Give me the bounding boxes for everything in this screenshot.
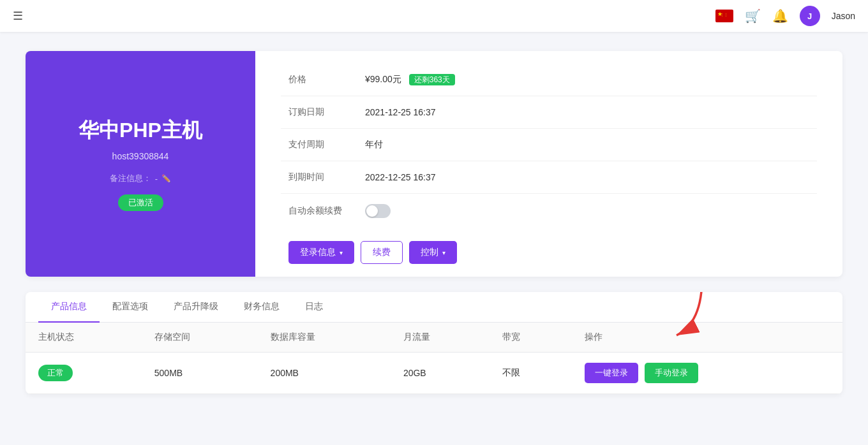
price-value: ¥99.00元 还剩363天 <box>357 64 817 96</box>
col-actions: 操作 <box>572 323 842 353</box>
avatar[interactable]: J <box>800 6 820 26</box>
table-row: 正常 500MB 200MB 20GB 不限 一键登录 手动登录 <box>26 353 842 394</box>
cart-icon[interactable]: 🛒 <box>745 8 761 24</box>
header: ☰ 🛒 🔔 J Jason <box>0 0 868 32</box>
tab-logs[interactable]: 日志 <box>292 292 336 323</box>
chevron-down-icon-2: ▾ <box>442 249 445 256</box>
data-table: 主机状态 存储空间 数据库容量 月流量 带宽 操作 正常 500MB 2 <box>26 323 842 394</box>
order-date-label: 订购日期 <box>281 96 357 129</box>
login-info-button[interactable]: 登录信息 ▾ <box>288 241 354 264</box>
username-label[interactable]: Jason <box>832 11 855 21</box>
tab-upgrade[interactable]: 产品升降级 <box>161 292 231 323</box>
col-traffic: 月流量 <box>391 323 490 353</box>
renew-button[interactable]: 续费 <box>361 241 403 264</box>
order-date-value: 2021-12-25 16:37 <box>357 96 817 129</box>
note-label: 备注信息： <box>110 173 151 184</box>
product-card: 华中PHP主机 host39308844 备注信息： - ✏️ 已激活 价格 ¥… <box>26 51 842 277</box>
info-row-order-date: 订购日期 2021-12-25 16:37 <box>281 96 817 129</box>
payment-cycle-label: 支付周期 <box>281 129 357 161</box>
main-content: 华中PHP主机 host39308844 备注信息： - ✏️ 已激活 价格 ¥… <box>0 32 868 413</box>
cell-action-buttons: 一键登录 手动登录 <box>572 353 842 394</box>
cell-bandwidth: 不限 <box>490 353 572 394</box>
price-label: 价格 <box>281 64 357 96</box>
col-database: 数据库容量 <box>258 323 391 353</box>
cell-status: 正常 <box>26 353 142 394</box>
product-id: host39308844 <box>112 151 169 161</box>
product-note: 备注信息： - ✏️ <box>110 173 171 184</box>
expiry-label: 到期时间 <box>281 161 357 194</box>
tab-product-info[interactable]: 产品信息 <box>38 292 100 323</box>
auto-renew-label: 自动余额续费 <box>281 194 357 229</box>
language-flag-icon[interactable] <box>715 10 733 22</box>
header-left: ☰ <box>13 9 23 23</box>
col-storage: 存储空间 <box>142 323 258 353</box>
tab-finance[interactable]: 财务信息 <box>231 292 292 323</box>
bell-icon[interactable]: 🔔 <box>772 8 788 24</box>
menu-icon[interactable]: ☰ <box>13 9 23 23</box>
tabs-nav: 产品信息 配置选项 产品升降级 财务信息 日志 <box>26 292 842 323</box>
header-right: 🛒 🔔 J Jason <box>715 6 855 26</box>
chevron-down-icon: ▾ <box>340 249 343 256</box>
info-row-price: 价格 ¥99.00元 还剩363天 <box>281 64 817 96</box>
manual-login-button[interactable]: 手动登录 <box>645 363 698 383</box>
one-click-login-button[interactable]: 一键登录 <box>585 363 638 383</box>
tab-content: 主机状态 存储空间 数据库容量 月流量 带宽 操作 正常 500MB 2 <box>26 323 842 394</box>
info-row-payment-cycle: 支付周期 年付 <box>281 129 817 161</box>
action-buttons: 登录信息 ▾ 续费 控制 ▾ <box>288 241 817 264</box>
table-header-row: 主机状态 存储空间 数据库容量 月流量 带宽 操作 <box>26 323 842 353</box>
control-button[interactable]: 控制 ▾ <box>409 241 457 264</box>
cell-database: 200MB <box>258 353 391 394</box>
price-text: ¥99.00元 <box>365 74 401 84</box>
auto-renew-toggle-cell <box>357 194 817 229</box>
status-badge: 已激活 <box>118 194 163 211</box>
edit-icon[interactable]: ✏️ <box>161 174 171 183</box>
host-status-badge: 正常 <box>38 365 73 381</box>
product-title: 华中PHP主机 <box>79 117 202 145</box>
note-value: - <box>155 174 158 184</box>
days-remaining-badge: 还剩363天 <box>409 74 455 85</box>
expiry-value: 2022-12-25 16:37 <box>357 161 817 194</box>
info-row-expiry: 到期时间 2022-12-25 16:37 <box>281 161 817 194</box>
col-bandwidth: 带宽 <box>490 323 572 353</box>
info-table: 价格 ¥99.00元 还剩363天 订购日期 2021-12-25 16:37 … <box>281 64 817 228</box>
payment-cycle-value: 年付 <box>357 129 817 161</box>
tabs-section: 产品信息 配置选项 产品升降级 财务信息 日志 主机状态 存 <box>26 292 842 394</box>
col-host-status: 主机状态 <box>26 323 142 353</box>
auto-renew-toggle[interactable] <box>365 204 391 218</box>
cell-storage: 500MB <box>142 353 258 394</box>
tab-config-options[interactable]: 配置选项 <box>100 292 161 323</box>
product-left-panel: 华中PHP主机 host39308844 备注信息： - ✏️ 已激活 <box>26 51 255 277</box>
cell-traffic: 20GB <box>391 353 490 394</box>
product-right-panel: 价格 ¥99.00元 还剩363天 订购日期 2021-12-25 16:37 … <box>255 51 842 277</box>
info-row-auto-renew: 自动余额续费 <box>281 194 817 229</box>
